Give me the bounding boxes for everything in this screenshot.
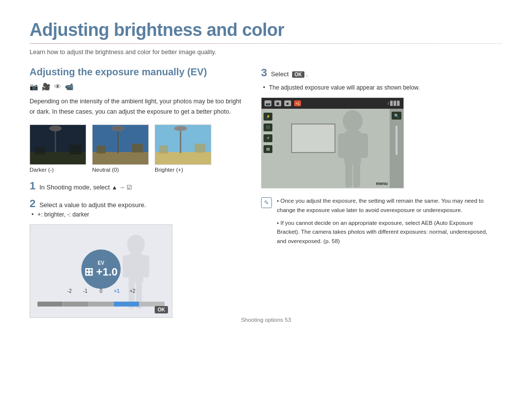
svg-point-15	[174, 126, 187, 131]
ev-num-zero: 0	[93, 288, 109, 294]
svg-rect-5	[69, 145, 82, 154]
svg-rect-21	[142, 255, 149, 278]
step1-icons: ▲ → ☑	[112, 184, 133, 191]
photo-label-brighter: Brighter (+)	[155, 167, 183, 173]
svg-rect-26	[338, 133, 346, 158]
ev-value-text: ⊞ +1.0	[84, 266, 118, 278]
camera-screen: 📷 ▣ ■ +1 I ▊▊▊	[261, 97, 404, 188]
page-footer: Shooting options 53	[0, 317, 532, 323]
svg-point-24	[343, 110, 363, 132]
svg-point-2	[50, 126, 62, 131]
step-1: 1 In Shooting mode, select ▲ → ☑	[30, 180, 241, 192]
section-title: Adjusting the exposure manually (EV)	[30, 66, 241, 78]
photo-brighter	[155, 124, 211, 165]
ev-scale-numbers: -2 -1 0 +1 +2	[30, 288, 172, 294]
ev-num-minus1: -1	[77, 288, 93, 294]
photo-item-brighter: Brighter (+)	[155, 124, 211, 173]
title-divider	[30, 43, 502, 44]
cam-zoom-slider[interactable]	[396, 125, 398, 155]
note-text-2: • If you cannot decide on an appropriate…	[277, 218, 493, 246]
note-content: • Once you adjust the exposure, the sett…	[277, 196, 493, 246]
note-box: ✎ • Once you adjust the exposure, the se…	[261, 196, 493, 246]
camera-icon-4: 📹	[65, 83, 73, 91]
step3-bullet: The adjusted exposure value will appear …	[261, 83, 502, 93]
svg-rect-10	[97, 146, 105, 154]
photo-item-neutral: Neutral (0)	[92, 124, 149, 173]
svg-rect-17	[195, 144, 205, 153]
page-subtitle: Learn how to adjust the brightness and c…	[30, 49, 502, 56]
cam-icon-frame: ☐	[264, 123, 272, 131]
section-description: Depending on the intensity of the ambien…	[30, 96, 241, 117]
ev-num-plus2: +2	[125, 288, 140, 294]
cam-tb-right: I ▊▊▊	[388, 101, 400, 106]
step-2: 2 Select a value to adjust the exposure.…	[30, 197, 241, 219]
photo-label-neutral: Neutral (0)	[92, 167, 119, 173]
ev-num-plus1: +1	[109, 288, 125, 294]
footer-text: Shooting options 53	[241, 317, 291, 323]
step1-text: In Shooting mode, select	[39, 184, 110, 191]
left-column: Adjusting the exposure manually (EV) 📷 🎥…	[30, 66, 241, 318]
svg-rect-7	[93, 152, 149, 165]
cam-icon-flash: ⚡	[264, 113, 272, 121]
ev-num-minus2: -2	[62, 288, 77, 294]
svg-rect-25	[344, 131, 361, 165]
svg-point-18	[127, 235, 145, 254]
ev-circle: EV ⊞ +1.0	[81, 249, 121, 289]
step2-bullet: +: brighter, -: darker	[30, 210, 241, 219]
photo-neutral	[92, 124, 149, 165]
svg-rect-8	[117, 127, 119, 153]
step3-label: Select	[271, 70, 289, 78]
svg-rect-4	[35, 147, 45, 154]
svg-rect-16	[159, 146, 168, 154]
step-3: 3 Select OK .	[261, 66, 502, 79]
svg-rect-27	[360, 133, 368, 158]
cam-menu-text: menu	[376, 181, 388, 186]
svg-rect-1	[55, 127, 56, 154]
cam-center-frame	[291, 123, 335, 153]
ok-badge: OK	[155, 306, 168, 313]
svg-rect-19	[129, 253, 143, 283]
svg-rect-14	[180, 127, 181, 153]
cam-tb-icon-3: ■	[284, 100, 291, 106]
cam-tb-icon-1: 📷	[265, 100, 271, 106]
cam-body: ⚡ ☐ ↺ 🖼 🔍 menu	[262, 109, 403, 188]
svg-rect-28	[345, 164, 352, 187]
page-title: Adjusting brightness and color	[30, 20, 502, 40]
svg-rect-13	[155, 152, 211, 165]
camera-icon-3: 👁	[54, 83, 61, 91]
cam-tb-icon-4: +1	[294, 100, 301, 106]
cam-sidebar: 🔍	[390, 109, 403, 188]
photo-darker	[30, 124, 86, 165]
note-text-1: • Once you adjust the exposure, the sett…	[277, 196, 493, 215]
step2-text: Select a value to adjust the exposure.	[39, 201, 146, 209]
cam-icon-image: 🖼	[264, 145, 272, 153]
svg-rect-29	[353, 164, 360, 187]
photo-examples: Darker (-) Neutral (0)	[30, 124, 241, 173]
camera-mode-icons: 📷 🎥 👁 📹	[30, 83, 241, 91]
note-icon: ✎	[261, 197, 272, 208]
step3-ok: OK	[292, 71, 304, 78]
cam-left-icons: ⚡ ☐ ↺ 🖼	[264, 113, 272, 153]
cam-battery-icon: I ▊▊▊	[388, 101, 400, 106]
photo-item-darker: Darker (-)	[30, 124, 86, 173]
camera-icon-2: 🎥	[42, 83, 50, 91]
ev-label-text: EV	[98, 260, 104, 266]
cam-sb-icon-1: 🔍	[392, 112, 401, 120]
camera-icon-1: 📷	[30, 83, 38, 91]
photo-label-darker: Darker (-)	[30, 167, 54, 173]
right-column: 3 Select OK . The adjusted exposure valu…	[261, 66, 502, 318]
steps-section: 1 In Shooting mode, select ▲ → ☑ 2 Selec…	[30, 180, 241, 219]
svg-rect-11	[132, 144, 143, 153]
cam-tb-icon-2: ▣	[274, 100, 281, 106]
cam-toolbar: 📷 ▣ ■ +1 I ▊▊▊	[262, 98, 403, 109]
cam-icon-rotate: ↺	[264, 134, 272, 142]
svg-rect-20	[123, 255, 130, 278]
page-container: Adjusting brightness and color Learn how…	[0, 0, 532, 333]
svg-point-9	[112, 126, 125, 131]
ev-display-box: EV ⊞ +1.0 -2 -1 0 +1 +2	[30, 224, 172, 318]
main-layout: Adjusting the exposure manually (EV) 📷 🎥…	[30, 66, 502, 318]
